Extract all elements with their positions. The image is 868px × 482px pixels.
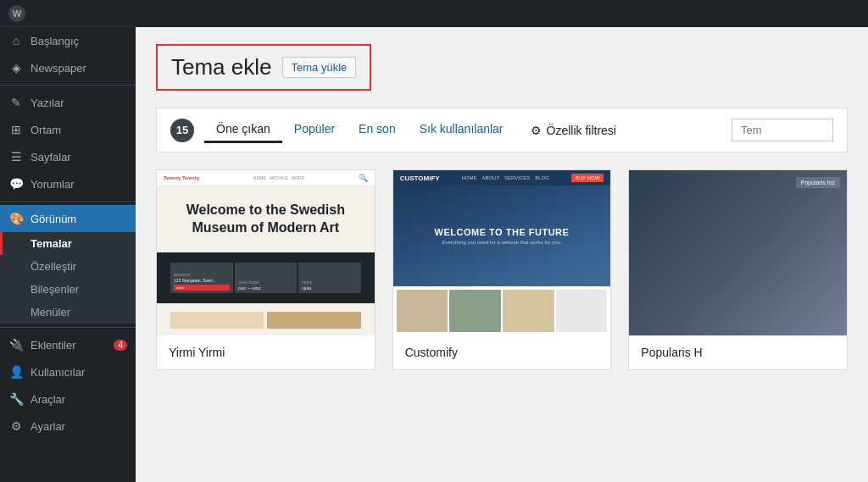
sidebar-submenu-gorunum: Temalar Özelleştir Bileşenler Menüler	[0, 232, 136, 324]
admin-top-bar	[136, 0, 868, 27]
search-icon-preview: 🔍	[359, 174, 368, 182]
bottom-block-2	[267, 312, 360, 329]
gallery-value: 123 Storgatan, Sveri...	[174, 278, 230, 283]
sidebar-divider-1	[0, 85, 136, 86]
customify-logo: CUSTOMIFY	[400, 175, 440, 182]
theme-count-badge: 15	[170, 119, 194, 142]
sidebar-submenu-menuler[interactable]: Menüler	[0, 301, 136, 324]
gallery-value: njuta	[302, 285, 358, 291]
popularis-bg	[629, 170, 847, 335]
sidebar-item-label: Newspaper	[31, 62, 86, 75]
sidebar-item-ayarlar[interactable]: ⚙ Ayarlar	[0, 413, 136, 440]
submenu-item-label: Menüler	[31, 306, 70, 319]
gear-icon: ⚙	[531, 124, 542, 137]
sidebar-item-label: Ortam	[31, 124, 61, 136]
sidebar-item-label: Yazılar	[31, 97, 64, 109]
product-1	[397, 290, 448, 332]
customify-hero: WELCOME TO THE FUTURE Everything you nee…	[393, 186, 611, 286]
gallery-label: PRICE	[302, 280, 358, 285]
sidebar-divider-2	[0, 201, 136, 202]
tab-en-son[interactable]: En son	[347, 117, 408, 143]
sidebar-item-label: Yorumlar	[31, 178, 75, 191]
nav-item: BLOG	[535, 175, 549, 180]
main-content: Tema ekle Tema yükle 15 Öne çıkan Popüle…	[136, 0, 868, 482]
sidebar-submenu-bilesенler[interactable]: Bileşenler	[0, 278, 136, 301]
theme-preview-popularis: Popularis hız	[629, 170, 847, 335]
twenty-twenty-gallery: ADDRESS 123 Storgatan, Sveri... njuta OP…	[157, 252, 375, 303]
sidebar-top-bar: W	[0, 0, 136, 27]
home-icon: ⌂	[8, 34, 24, 47]
submenu-item-label: Temalar	[31, 237, 72, 250]
sidebar-item-araclar[interactable]: 🔧 Araçlar	[0, 385, 136, 413]
page-header-wrapper: Tema ekle Tema yükle	[156, 44, 848, 91]
content-area: Tema ekle Tema yükle 15 Öne çıkan Popüle…	[136, 27, 868, 482]
nav-item: ABOUT	[481, 175, 499, 180]
sidebar-item-newspaper[interactable]: ◈ Newspaper	[0, 54, 136, 81]
customify-header: CUSTOMIFY HOME ABOUT SERVICES BLOG BUY N…	[393, 170, 611, 186]
sidebar-item-baslangic[interactable]: ⌂ Başlangıç	[0, 27, 136, 54]
page-title: Tema ekle	[171, 54, 272, 80]
gallery-item-1: ADDRESS 123 Storgatan, Sveri... njuta	[170, 263, 233, 293]
bottom-block-1	[170, 312, 264, 329]
twenty-twenty-preview: Twenty Twenty HOME ARCHIVE MORE 🔍 Welcom…	[157, 170, 375, 335]
sidebar-item-label: Eklentiler	[31, 339, 75, 352]
nav-item: ARCHIVE	[270, 175, 288, 180]
customify-products	[393, 286, 611, 335]
twenty-twenty-nav: HOME ARCHIVE MORE	[253, 175, 304, 180]
tab-one-cikan[interactable]: Öne çıkan	[204, 117, 282, 143]
gallery-label: ADDRESS	[174, 273, 230, 277]
sidebar-item-gorunum[interactable]: 🎨 Görünüm	[0, 205, 136, 232]
newspaper-icon: ◈	[8, 61, 24, 75]
sidebar-item-label: Görünüm	[31, 213, 76, 225]
appearance-icon: 🎨	[8, 212, 24, 225]
twenty-twenty-header: Twenty Twenty HOME ARCHIVE MORE 🔍	[157, 170, 375, 186]
customify-nav: HOME ABOUT SERVICES BLOG	[461, 175, 549, 180]
sidebar-item-yorumlar[interactable]: 💬 Yorumlar	[0, 170, 136, 197]
popularis-badge: Popularis hız	[796, 177, 840, 188]
twenty-twenty-bottom	[157, 303, 375, 335]
sidebar-item-ortam[interactable]: ⊞ Ortam	[0, 116, 136, 143]
sidebar-arrow	[129, 212, 136, 225]
feature-filter-label: Özellik filtresi	[547, 124, 616, 137]
nav-item: HOME	[461, 175, 476, 180]
sidebar-item-label: Kullanıcılar	[31, 366, 85, 379]
tab-populer[interactable]: Popüler	[282, 117, 347, 143]
page-header: Tema ekle Tema yükle	[156, 44, 371, 91]
theme-card-popularis[interactable]: Popularis hız Popularis H	[628, 169, 848, 370]
sidebar-item-label: Araçlar	[31, 393, 65, 406]
customify-cta: BUY NOW	[571, 174, 604, 182]
themes-grid: Twenty Twenty HOME ARCHIVE MORE 🔍 Welcom…	[156, 169, 848, 370]
tab-sik-kullanilanlar[interactable]: Sık kullanılanlar	[408, 117, 515, 143]
media-icon: ⊞	[8, 123, 24, 136]
sidebar-item-sayfalar[interactable]: ☰ Sayfalar	[0, 143, 136, 170]
feature-filter-button[interactable]: ⚙ Özellik filtresi	[519, 119, 628, 142]
gallery-value: your — your	[238, 285, 294, 291]
twenty-twenty-logo: Twenty Twenty	[164, 175, 199, 180]
pages-icon: ☰	[8, 150, 24, 163]
sidebar-item-kullanicilar[interactable]: 👤 Kullanıcılar	[0, 358, 136, 385]
theme-card-yirmi-yirmi[interactable]: Twenty Twenty HOME ARCHIVE MORE 🔍 Welcom…	[156, 169, 376, 370]
customify-hero-sub: Everything you need for a website that w…	[442, 240, 561, 245]
sidebar-item-yazilar[interactable]: ✎ Yazılar	[0, 89, 136, 116]
plugins-icon: 🔌	[8, 338, 24, 352]
sidebar-submenu-ozellestir[interactable]: Özelleştir	[0, 255, 136, 278]
submenu-item-label: Bileşenler	[31, 283, 79, 296]
users-icon: 👤	[8, 365, 24, 379]
sidebar-item-label: Ayarlar	[31, 420, 65, 433]
sidebar: W ⌂ Başlangıç ◈ Newspaper ✎ Yazılar ⊞ Or…	[0, 0, 136, 482]
sidebar-item-eklentiler[interactable]: 🔌 Eklentiler 4	[0, 331, 136, 358]
plugins-badge: 4	[114, 340, 127, 351]
upload-theme-button[interactable]: Tema yükle	[282, 57, 357, 78]
tools-icon: 🔧	[8, 392, 24, 406]
theme-search-input[interactable]	[732, 119, 833, 141]
sidebar-submenu-temalar[interactable]: Temalar	[0, 232, 136, 255]
gallery-button: njuta	[174, 285, 230, 291]
popularis-preview: Popularis hız	[629, 170, 847, 335]
sidebar-item-label: Sayfalar	[31, 151, 71, 163]
customify-hero-text: WELCOME TO THE FUTURE	[435, 227, 570, 237]
comments-icon: 💬	[8, 177, 24, 191]
nav-item: HOME	[253, 175, 266, 180]
theme-name-yirmi-yirmi: Yirmi Yirmi	[157, 335, 375, 369]
gallery-item-3: PRICE njuta	[298, 263, 361, 293]
theme-card-customify[interactable]: CUSTOMIFY HOME ABOUT SERVICES BLOG BUY N…	[392, 169, 612, 370]
